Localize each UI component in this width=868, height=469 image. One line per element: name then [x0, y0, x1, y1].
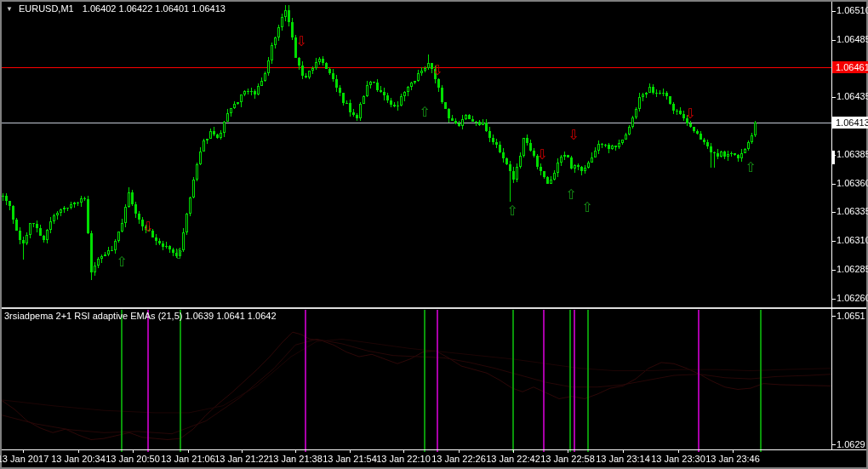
indicator-axis-label: 1.0651 [837, 311, 865, 321]
price-axis-label: 1.06285 [837, 264, 868, 274]
sell-signal-arrow-icon[interactable]: ⇩ [142, 220, 153, 234]
time-axis-label: 13 Jan 22:26 [431, 454, 486, 464]
chart-title: ▼EURUSD,M11.06402 1.06422 1.06401 1.0641… [6, 3, 226, 15]
buy-signal-arrow-icon[interactable]: ⇧ [173, 248, 184, 261]
sell-signal-arrow-icon[interactable]: ⇩ [684, 107, 695, 121]
time-axis-label: 13 Jan 22:58 [540, 454, 595, 464]
indicator-title: 3rsiadpema 2+1 RSI adaptive EMAs (21,5) … [4, 311, 277, 322]
time-axis-label: 13 Jan 20:50 [106, 454, 160, 464]
time-axis-label: 13 Jan 22:42 [486, 454, 540, 464]
time-axis-label: 13 Jan 21:06 [161, 454, 215, 464]
price-axis-label: 1.06310 [837, 235, 868, 245]
price-axis-label: 1.06385 [837, 149, 868, 159]
time-axis-label: 13 Jan 21:22 [214, 454, 269, 464]
ohlc-quote-label: 1.06402 1.06422 1.06401 1.06413 [83, 3, 226, 14]
bid-price-label: 1.06413 [832, 117, 868, 129]
price-axis-label: 1.06485 [837, 34, 868, 44]
time-axis-label: 13 Jan 21:38 [268, 454, 323, 464]
time-axis-label: 13 Jan 23:14 [596, 454, 650, 464]
buy-signal-arrow-icon[interactable]: ⇧ [565, 188, 576, 202]
mt4-chart-window: ▼EURUSD,M11.06402 1.06422 1.06401 1.0641… [0, 0, 868, 469]
buy-signal-arrow-icon[interactable]: ⇧ [116, 255, 127, 269]
resistance-price-label: 1.06461 [832, 61, 868, 73]
time-axis-label: 13 Jan 2017 [0, 454, 49, 464]
time-axis-label: 13 Jan 20:34 [51, 454, 106, 464]
time-axis-label: 13 Jan 23:46 [705, 454, 760, 464]
price-axis-label: 1.06260 [837, 293, 868, 303]
sell-signal-arrow-icon[interactable]: ⇩ [536, 148, 547, 162]
sell-signal-arrow-icon[interactable]: ⇩ [431, 64, 443, 77]
price-axis-label: 1.06335 [837, 206, 868, 216]
price-axis-label: 1.06435 [837, 91, 868, 101]
price-axis-label: 1.06360 [837, 178, 868, 188]
buy-signal-arrow-icon[interactable]: ⇧ [745, 161, 756, 174]
buy-signal-arrow-icon[interactable]: ⇧ [506, 204, 517, 218]
symbol-period-label: EURUSD,M1 [19, 3, 74, 14]
time-axis-label: 13 Jan 21:54 [323, 454, 377, 464]
sell-signal-arrow-icon[interactable]: ⇩ [295, 35, 306, 49]
chevron-down-icon[interactable]: ▼ [6, 3, 13, 14]
time-axis-label: 13 Jan 22:10 [376, 454, 431, 464]
time-axis-label: 13 Jan 23:30 [651, 454, 705, 464]
sell-signal-arrow-icon[interactable]: ⇩ [568, 129, 579, 142]
buy-signal-arrow-icon[interactable]: ⇧ [581, 201, 592, 214]
price-axis-label: 1.06510 [837, 5, 868, 15]
indicator-axis-label: 1.0629 [837, 439, 865, 449]
buy-signal-arrow-icon[interactable]: ⇧ [419, 106, 430, 119]
